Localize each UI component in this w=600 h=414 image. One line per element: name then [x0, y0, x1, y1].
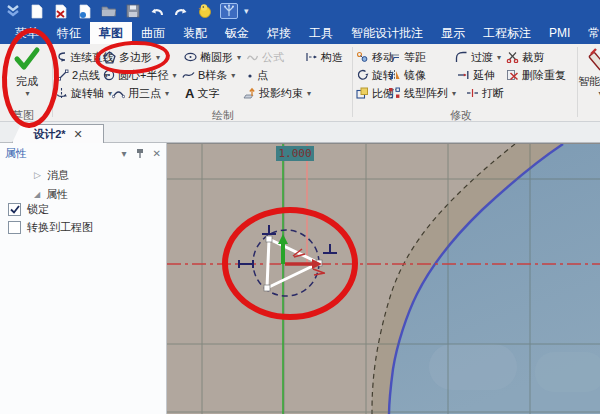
tree-item-properties[interactable]: ◢ 属性	[34, 187, 68, 201]
tool-formula: 公式	[246, 49, 284, 65]
menu-tab-banjin[interactable]: 钣金	[216, 22, 258, 44]
group-label-sketch: 草图	[12, 108, 34, 123]
tool-polygon[interactable]: 多边形 ▾	[103, 49, 160, 65]
redo-icon[interactable]	[172, 3, 190, 19]
panel-header: 属性 ▾ ✕	[0, 145, 166, 162]
panel-title: 属性	[5, 146, 113, 161]
tool-two-point-line[interactable]: 2点线 ▾	[57, 67, 108, 83]
tool-rotation-axis[interactable]: 旋转轴 ▾	[55, 85, 112, 101]
dropdown-caret-icon: ▾	[25, 89, 29, 98]
tool-extend[interactable]: 延伸	[457, 67, 495, 83]
chick-icon[interactable]	[196, 3, 214, 19]
dropdown-caret-icon: ▾	[172, 71, 176, 80]
ribbon: 完成 ▾ 草图 连续直线 多边形 ▾ 椭圆形 ▾ 公式 构造	[0, 44, 600, 122]
tool-mirror[interactable]: 镜像	[388, 67, 426, 83]
finish-button[interactable]: 完成 ▾	[4, 46, 50, 108]
smudge-mark	[429, 344, 517, 390]
tool-three-point-arc[interactable]: 用三点 ▾	[112, 85, 169, 101]
menu-tab-gongju[interactable]: 工具	[300, 22, 342, 44]
sketch-canvas[interactable]: 1.000	[167, 143, 600, 414]
linear-pattern-icon	[388, 87, 401, 99]
tool-construction[interactable]: 构造	[305, 49, 343, 65]
document-tab-bar: 设计2* ✕	[0, 122, 600, 143]
group-label-draw: 绘制	[212, 108, 234, 123]
spray-icon[interactable]	[220, 3, 238, 19]
extend-icon	[457, 69, 470, 81]
tool-projection-constraint[interactable]: 投影约束 ▾	[242, 85, 311, 101]
dropdown-caret-icon: ▾	[231, 71, 235, 80]
menu-tab-xianshi[interactable]: 显示	[432, 22, 474, 44]
option-convert-to-drawing[interactable]: 转换到工程图	[8, 220, 93, 234]
menu-tab-hanjie[interactable]: 焊接	[258, 22, 300, 44]
properties-panel: 属性 ▾ ✕ ▷ 消息 ◢ 属性 锁定	[0, 143, 167, 414]
chevron-down-icon[interactable]: ▾	[122, 148, 127, 159]
export-file-icon[interactable]	[76, 3, 94, 19]
menu-tab-changyong[interactable]: 常用	[579, 22, 600, 44]
menu-tab-caidan[interactable]: 菜单	[6, 22, 48, 44]
tool-ellipse[interactable]: 椭圆形 ▾	[184, 49, 241, 65]
three-point-arc-icon	[112, 87, 125, 99]
menu-tab-bar: 菜单 特征 草图 曲面 装配 钣金 焊接 工具 智能设计批注 显示 工程标注 P…	[0, 22, 600, 44]
dropdown-caret-icon: ▾	[452, 89, 456, 98]
open-folder-icon[interactable]	[100, 3, 118, 19]
menu-tab-zhuangpei[interactable]: 装配	[174, 22, 216, 44]
tool-offset[interactable]: 等距	[388, 49, 426, 65]
formula-icon	[246, 51, 259, 63]
dropdown-caret-icon: ▾	[165, 89, 169, 98]
tool-trim[interactable]: 裁剪	[506, 49, 544, 65]
expander-collapsed-icon[interactable]: ▷	[34, 170, 41, 180]
menu-tab-gongcheng-biaozhu[interactable]: 工程标注	[474, 22, 540, 44]
rotate-icon	[356, 69, 369, 81]
checkmark-icon	[13, 46, 41, 72]
tool-point[interactable]: 点	[246, 67, 268, 83]
close-icon[interactable]: ✕	[74, 128, 83, 141]
smudge-mark	[535, 352, 600, 392]
two-point-line-icon	[57, 69, 69, 81]
app-window: ▾ 菜单 特征 草图 曲面 装配 钣金 焊接 工具 智能设计批注 显示 工程标注…	[0, 0, 600, 414]
close-icon[interactable]: ✕	[153, 148, 161, 159]
pin-icon[interactable]	[136, 148, 144, 159]
tool-fillet[interactable]: 过渡 ▾	[455, 49, 501, 65]
tool-delete-duplicate[interactable]: 删除重复	[506, 67, 566, 83]
dropdown-caret-icon: ▾	[237, 53, 241, 62]
check-icon	[10, 205, 20, 214]
construction-icon	[305, 51, 318, 63]
dropdown-caret-icon: ▾	[156, 53, 160, 62]
continuous-line-icon	[55, 51, 67, 63]
circle-center-radius-icon	[103, 69, 115, 81]
option-lock[interactable]: 锁定	[8, 202, 49, 216]
tool-linear-pattern[interactable]: 线型阵列 ▾	[388, 85, 456, 101]
tool-break[interactable]: 打断	[466, 85, 504, 101]
bspline-icon	[182, 69, 195, 81]
checkbox-checked[interactable]	[8, 203, 21, 216]
menu-tab-caotu-active[interactable]: 草图	[90, 22, 132, 44]
undo-icon[interactable]	[148, 3, 166, 19]
menu-tab-zhineng-sheji-pizhu[interactable]: 智能设计批注	[342, 22, 432, 44]
smart-dimension-button[interactable]: 智能标注 ▾	[578, 46, 600, 110]
menu-tab-qumian[interactable]: 曲面	[132, 22, 174, 44]
tree-item-message[interactable]: ▷ 消息	[34, 168, 69, 182]
checkbox-unchecked[interactable]	[8, 221, 21, 234]
document-tab[interactable]: 设计2* ✕	[12, 124, 104, 143]
scale-icon	[356, 87, 369, 99]
group-label-modify: 修改	[450, 108, 472, 123]
toolbar-overflow-icon[interactable]: ▾	[244, 6, 249, 16]
new-file-icon[interactable]	[28, 3, 46, 19]
tool-bspline[interactable]: B样条 ▾	[182, 67, 235, 83]
dimension-value-box[interactable]: 1.000	[276, 146, 314, 161]
dropdown-caret-icon: ▾	[497, 53, 501, 62]
tool-circle-center-radius[interactable]: 圆心+半径 ▾	[103, 67, 176, 83]
save-icon[interactable]	[124, 3, 142, 19]
projection-constraint-icon	[242, 87, 256, 100]
fillet-icon	[455, 51, 468, 63]
expander-expanded-icon[interactable]: ◢	[34, 190, 40, 199]
trim-scissors-icon	[506, 51, 519, 63]
main-area: 属性 ▾ ✕ ▷ 消息 ◢ 属性 锁定	[0, 143, 600, 414]
tool-text[interactable]: A 文字	[185, 85, 219, 101]
menu-tab-tezheng[interactable]: 特征	[48, 22, 90, 44]
dropdown-caret-icon: ▾	[307, 89, 311, 98]
close-file-icon[interactable]	[52, 3, 70, 19]
rotation-axis-icon	[55, 87, 68, 99]
break-icon	[466, 87, 479, 99]
menu-tab-pmi[interactable]: PMI	[540, 22, 579, 44]
